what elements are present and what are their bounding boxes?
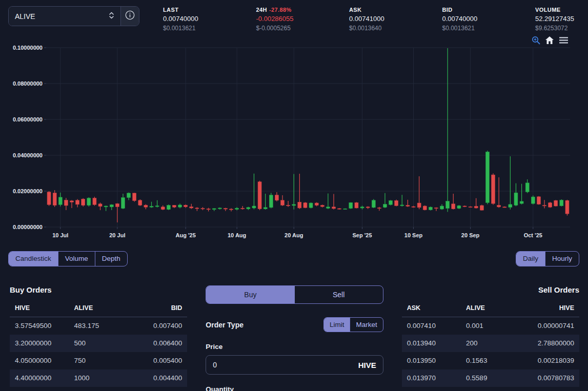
candle-body [423,206,427,210]
buy-orders-table: HIVEALIVEBID3.57549500483.1750.0074003.2… [10,302,187,387]
candle-body [184,205,188,207]
candle-body [212,209,216,210]
candle-body [58,197,62,204]
candle-body [167,205,170,210]
candle-body [155,206,159,207]
x-axis-tick-label: 20 Jul [109,232,125,238]
candle-body [531,197,535,203]
candle-body [565,200,569,214]
table-row: 0.0139402002.78800000 [402,335,579,352]
column-header: ALIVE [461,302,520,317]
price-input[interactable]: 0 HIVE [206,355,383,375]
candle-body [110,205,113,207]
order-type-button-limit[interactable]: Limit [324,318,350,332]
chart-type-button-volume[interactable]: Volume [58,252,95,266]
candle-body [452,204,455,209]
trading-section: Buy Orders HIVEALIVEBID3.57549500483.175… [0,266,588,391]
order-type-toggle: LimitMarket [323,317,383,332]
candle-body [309,203,313,208]
token-select[interactable]: ALIVE [9,7,120,26]
sell-orders-table: ASKALIVEHIVE0.0074100.0010.000007410.013… [402,302,579,387]
table-cell: 0.001 [461,317,520,335]
candle-body [377,208,381,209]
candle-body [98,204,102,207]
stat-usd-value: $-0.0005265 [256,25,300,32]
stat-usd-value: $9.6253072 [535,25,579,32]
buy-sell-tabs: BuySell [206,285,383,304]
column-header: ASK [402,302,461,317]
candle-body [275,195,278,200]
menu-icon[interactable] [559,36,569,44]
token-select-value: ALIVE [15,12,35,20]
stat-value: 0.00740000 [163,15,207,23]
home-reset-icon[interactable] [545,36,554,45]
stat-last: LAST0.00740000$0.0013621 [163,7,207,32]
price-label: Price [206,343,383,351]
candle-body [412,207,415,207]
candle-body [161,207,165,210]
tab-sell[interactable]: Sell [295,286,383,303]
column-header: HIVE [520,302,579,317]
sell-orders-title: Sell Orders [402,285,579,294]
candle-body [303,203,307,208]
candle-body [287,205,290,205]
table-cell: 0.013940 [402,335,461,352]
candle-body [366,207,370,208]
table-cell: 0.007410 [402,317,461,335]
stat-volume: VOLUME52.29127435$9.6253072 [535,7,579,32]
candle-body [485,152,489,202]
table-cell: 1000 [69,369,128,387]
candle-body [537,197,540,204]
column-header: ALIVE [69,302,128,317]
price-input-value: 0 [213,361,217,369]
candle-body [150,206,153,207]
candle-body [320,205,324,207]
y-axis-tick-label: 0.04000000 [13,152,43,158]
candle-body [144,205,148,207]
x-axis-tick-label: Oct '25 [524,232,542,238]
candle-body [87,198,91,205]
candle-body [434,208,438,209]
chart-type-button-depth[interactable]: Depth [95,252,127,266]
order-type-label: Order Type [206,321,244,329]
candle-body [474,206,478,208]
candle-body [389,201,393,205]
candle-body [332,207,335,209]
table-cell: 0.005400 [128,352,187,369]
chart-type-button-candlestick[interactable]: Candlestick [9,252,58,266]
stat-label: ASK [349,7,393,13]
candle-body [298,202,301,208]
price-chart[interactable]: 0.000000000.020000000.040000000.06000000… [0,34,588,249]
candle-body [93,198,96,205]
candle-body [70,201,73,202]
stat-value: 0.00740000 [442,15,486,23]
candle-body [315,203,318,205]
candle-body [115,204,119,207]
stat-usd-value: $0.0013640 [349,25,393,32]
chart-area: 0.000000000.020000000.040000000.06000000… [0,34,588,249]
interval-button-daily[interactable]: Daily [516,252,545,266]
candle-body [360,207,364,208]
order-type-button-market[interactable]: Market [350,318,382,332]
interval-button-hourly[interactable]: Hourly [545,252,579,266]
candle-body [343,209,347,209]
market-stats: LAST0.00740000$0.001362124H-27.88%-0.002… [139,6,579,32]
tab-buy[interactable]: Buy [206,286,294,303]
table-cell: 483.175 [69,317,128,335]
token-info-button[interactable] [120,7,139,26]
candle-body [224,209,227,209]
stat-label: VOLUME [535,7,579,13]
candle-body [440,206,444,209]
candle-body [395,201,398,206]
candle-body [207,209,210,210]
zoom-icon[interactable] [532,36,540,45]
candle-body [554,200,558,206]
buy-orders-panel: Buy Orders HIVEALIVEBID3.57549500483.175… [10,285,187,391]
candle-body [372,200,375,208]
candle-body [64,200,68,206]
price-input-suffix: HIVE [358,361,376,369]
candle-body [258,182,261,209]
candle-body [326,207,330,208]
stat-ask: ASK0.00741000$0.0013640 [349,7,393,32]
candle-body [47,192,51,205]
